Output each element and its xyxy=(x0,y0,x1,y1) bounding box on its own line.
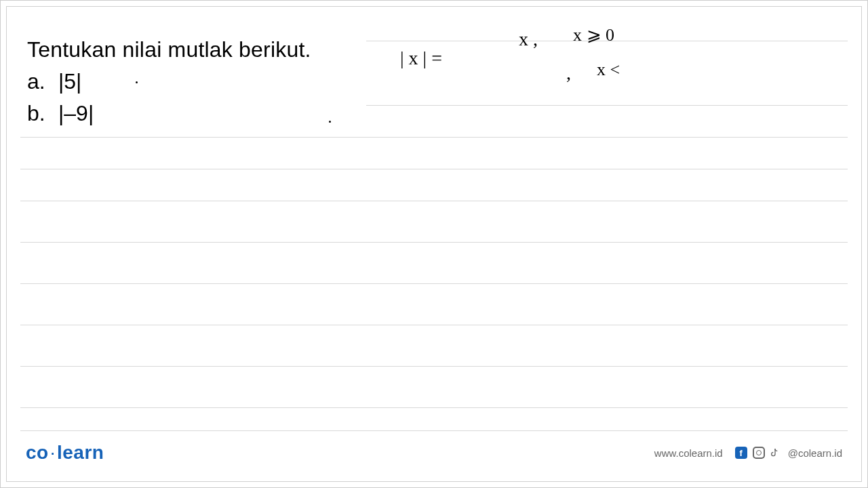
question-item-b: b. |–9| xyxy=(27,99,311,128)
handwriting-case2-cond: x < xyxy=(597,60,620,80)
ruled-line xyxy=(20,283,848,284)
question-title: Tentukan nilai mutlak berikut. xyxy=(27,35,311,64)
social-handle: @colearn.id xyxy=(788,447,842,459)
brand-logo: co·learn xyxy=(26,442,104,464)
ruled-line xyxy=(20,201,848,201)
ruled-line xyxy=(20,169,848,169)
social-icons: f @colearn.id xyxy=(735,447,842,459)
item-letter: a. xyxy=(27,67,46,96)
footer-url: www.colearn.id xyxy=(654,447,723,459)
ruled-line xyxy=(20,325,848,325)
ruled-line xyxy=(20,407,848,408)
item-expr: |5| xyxy=(58,67,81,96)
item-letter: b. xyxy=(27,99,46,128)
facebook-icon: f xyxy=(735,447,747,459)
logo-dot: · xyxy=(50,442,56,463)
ruled-line xyxy=(20,366,848,367)
tiktok-icon xyxy=(770,447,783,459)
ruled-line xyxy=(366,105,848,106)
footer-right: www.colearn.id f @colearn.id xyxy=(654,447,842,459)
question-item-a: a. |5| xyxy=(27,67,311,96)
page-frame: Tentukan nilai mutlak berikut. a. |5| b.… xyxy=(6,6,862,482)
handwriting-case1-value: x , xyxy=(519,28,538,50)
question-block: Tentukan nilai mutlak berikut. a. |5| b.… xyxy=(27,35,311,129)
logo-text-1: co xyxy=(26,442,49,463)
footer: co·learn www.colearn.id f @colearn.id xyxy=(26,439,842,466)
handwriting-abs-eq: | x | = xyxy=(400,47,442,69)
ruled-line xyxy=(20,137,848,138)
logo-text-2: learn xyxy=(57,442,104,463)
item-expr: |–9| xyxy=(58,99,94,128)
content-area: Tentukan nilai mutlak berikut. a. |5| b.… xyxy=(20,27,848,427)
ruled-line xyxy=(20,242,848,243)
dot-mark xyxy=(329,121,331,123)
handwriting-case1-cond: x ⩾ 0 xyxy=(573,24,614,45)
handwriting-case2-comma: , xyxy=(566,62,571,84)
ruled-line xyxy=(20,430,848,431)
instagram-icon xyxy=(753,447,765,459)
dot-mark xyxy=(136,81,138,83)
